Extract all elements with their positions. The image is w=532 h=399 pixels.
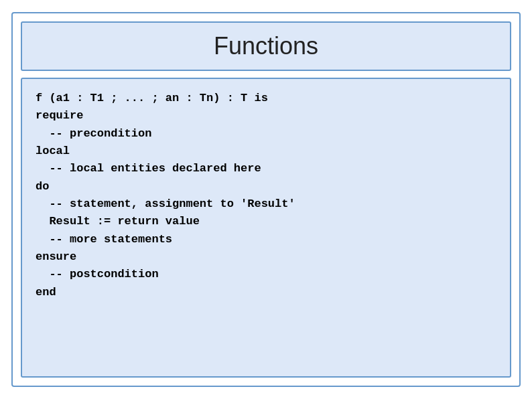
title-box: Functions [21,21,511,71]
code-content: f (a1 : T1 ; ... ; an : Tn) : T is requi… [36,90,496,301]
slide-title: Functions [214,32,318,60]
slide-container: Functions f (a1 : T1 ; ... ; an : Tn) : … [11,12,521,387]
code-box: f (a1 : T1 ; ... ; an : Tn) : T is requi… [21,78,511,378]
